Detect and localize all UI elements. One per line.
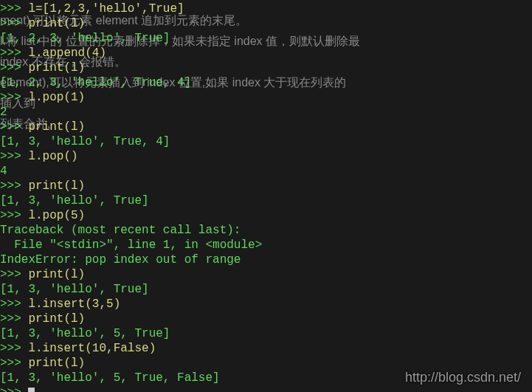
- terminal-line: 2: [0, 105, 532, 120]
- python-prompt: >>>: [0, 386, 28, 392]
- python-prompt: >>>: [0, 298, 28, 311]
- terminal-line: >>> print(l): [0, 120, 532, 134]
- python-prompt: >>>: [0, 150, 28, 163]
- python-input: l.pop(5): [28, 209, 85, 222]
- terminal-output[interactable]: >>> l=[1,2,3,'hello',True]>>> print(l)[1…: [0, 0, 532, 392]
- terminal-line: >>> print(l): [0, 179, 532, 193]
- terminal-line: >>> print(l): [0, 312, 532, 326]
- terminal-line: >>> l.pop(): [0, 149, 532, 164]
- python-output: [1, 2, 3, 'hello', True, 4]: [0, 76, 191, 89]
- terminal-line: [1, 2, 3, 'hello', True]: [0, 31, 532, 46]
- python-input: l.pop(1): [28, 91, 85, 104]
- python-input: print(l): [28, 179, 85, 193]
- python-output: [1, 3, 'hello', True]: [0, 283, 149, 296]
- python-input: l.insert(10,False): [28, 342, 156, 355]
- terminal-line: >>> l.insert(10,False): [0, 341, 532, 356]
- terminal-line: [1, 3, 'hello', True]: [0, 282, 532, 297]
- python-output: 4: [0, 165, 7, 178]
- python-prompt: >>>: [0, 209, 28, 222]
- python-prompt: >>>: [0, 17, 28, 30]
- terminal-line: >>> l.append(4): [0, 46, 532, 61]
- python-input: l.insert(3,5): [28, 298, 120, 311]
- terminal-cursor: [28, 388, 35, 392]
- terminal-line: >>> l.pop(5): [0, 208, 532, 223]
- python-output: [1, 3, 'hello', 5, True]: [0, 327, 170, 340]
- python-prompt: >>>: [0, 2, 28, 16]
- python-input: print(l): [28, 312, 85, 326]
- terminal-line: >>>: [0, 385, 532, 392]
- python-prompt: >>>: [0, 357, 28, 370]
- terminal-line: 4: [0, 164, 532, 179]
- python-traceback: IndexError: pop index out of range: [0, 253, 241, 267]
- terminal-line: IndexError: pop index out of range: [0, 252, 532, 267]
- terminal-line: [1, 3, 'hello', True, 4]: [0, 134, 532, 149]
- python-prompt: >>>: [0, 47, 28, 60]
- terminal-line: >>> l.insert(3,5): [0, 297, 532, 312]
- python-input: l.append(4): [28, 47, 106, 60]
- terminal-line: >>> l.pop(1): [0, 90, 532, 105]
- python-output: [1, 3, 'hello', True, 4]: [0, 135, 170, 148]
- python-output: [1, 3, 'hello', True]: [0, 194, 149, 207]
- python-prompt: >>>: [0, 179, 28, 193]
- python-prompt: >>>: [0, 120, 28, 134]
- python-input: print(l): [28, 120, 85, 134]
- terminal-line: [1, 2, 3, 'hello', True, 4]: [0, 75, 532, 90]
- python-input: l.pop(): [28, 150, 77, 163]
- python-output: [1, 3, 'hello', 5, True, False]: [0, 371, 220, 385]
- terminal-line: [1, 3, 'hello', 5, True]: [0, 326, 532, 341]
- python-input: print(l): [28, 17, 85, 30]
- python-traceback: File "<stdin>", line 1, in <module>: [0, 238, 262, 252]
- python-input: print(l): [28, 268, 85, 281]
- terminal-line: Traceback (most recent call last):: [0, 223, 532, 238]
- python-prompt: >>>: [0, 312, 28, 326]
- watermark-text: http://blog.csdn.net/: [405, 370, 521, 385]
- python-traceback: Traceback (most recent call last):: [0, 224, 241, 237]
- terminal-line: >>> print(l): [0, 61, 532, 75]
- python-input: print(l): [28, 357, 85, 370]
- python-prompt: >>>: [0, 61, 28, 75]
- python-output: 2: [0, 106, 7, 119]
- terminal-line: File "<stdin>", line 1, in <module>: [0, 238, 532, 252]
- terminal-line: [1, 3, 'hello', True]: [0, 193, 532, 208]
- terminal-line: >>> l=[1,2,3,'hello',True]: [0, 1, 532, 16]
- python-prompt: >>>: [0, 268, 28, 281]
- python-output: [1, 2, 3, 'hello', True]: [0, 32, 170, 45]
- python-prompt: >>>: [0, 91, 28, 104]
- terminal-line: >>> print(l): [0, 356, 532, 371]
- terminal-line: >>> print(l): [0, 16, 532, 31]
- python-input: l=[1,2,3,'hello',True]: [28, 2, 184, 16]
- terminal-line: >>> print(l): [0, 267, 532, 282]
- python-input: print(l): [28, 61, 85, 75]
- python-prompt: >>>: [0, 342, 28, 355]
